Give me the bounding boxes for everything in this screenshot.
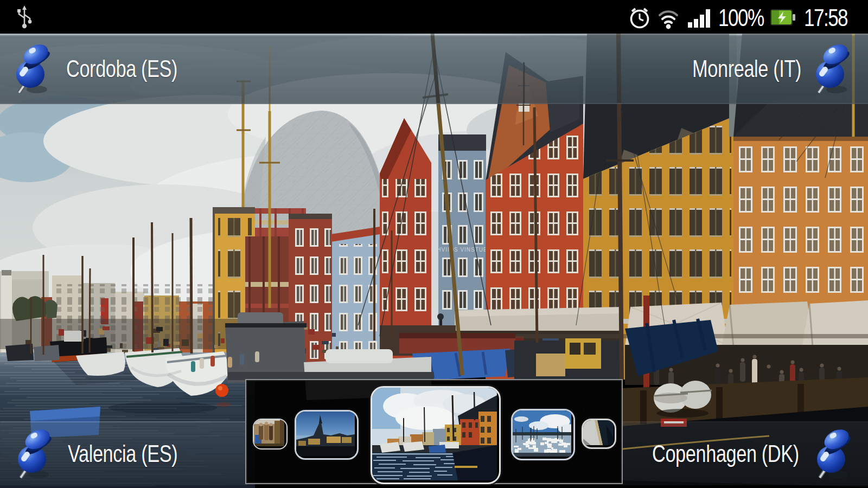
svg-text:HVIIDS VINSTUE: HVIIDS VINSTUE	[437, 247, 487, 253]
